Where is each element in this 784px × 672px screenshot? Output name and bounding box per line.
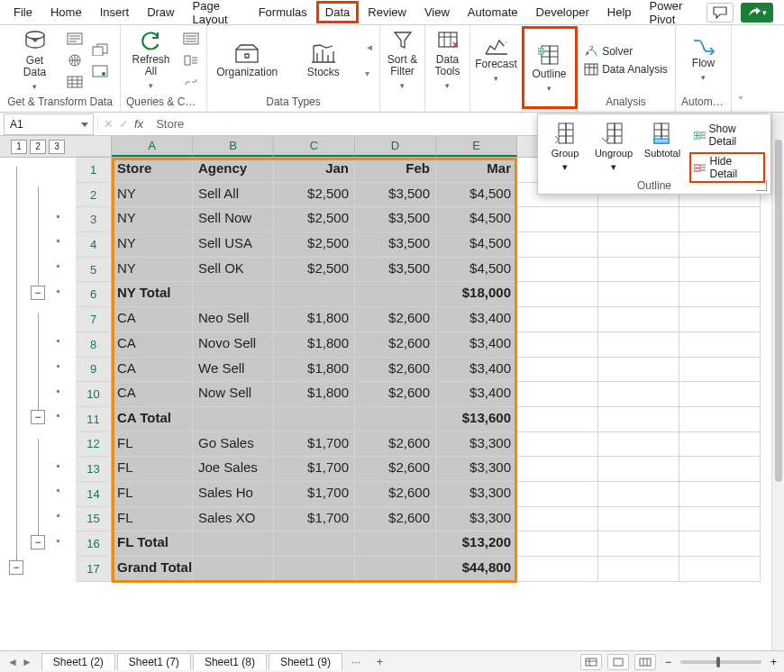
cell-5-A[interactable]: NY [112,258,193,283]
datatype-stocks[interactable]: Stocks [289,42,359,78]
cell-9-B[interactable]: We Sell [193,358,274,383]
select-all-corner[interactable] [76,136,112,157]
cell-6-D[interactable] [355,282,436,307]
flow-button[interactable]: Flow ▾ [681,37,725,84]
cell-7-D[interactable]: $2,600 [355,307,436,332]
outline-level-3[interactable]: 3 [49,140,65,154]
fx-icon[interactable]: fx [134,117,143,131]
cell-8-E[interactable]: $3,400 [436,332,517,358]
outline-level-1[interactable]: 1 [11,140,27,154]
cell-17-B[interactable] [193,557,274,582]
cell-1-D[interactable]: Feb [355,158,436,183]
cell-9-H[interactable] [679,358,761,383]
row-head-6[interactable]: 6 [76,282,112,307]
col-head-A[interactable]: A [112,136,193,157]
cell-9-E[interactable]: $3,400 [436,358,517,383]
row-head-11[interactable]: 11 [76,407,112,432]
cell-10-G[interactable] [598,382,679,407]
col-head-C[interactable]: C [274,136,355,157]
cell-4-D[interactable]: $3,500 [355,232,436,258]
sort-filter-button[interactable]: Sort & Filter ▾ [386,30,419,92]
sheet-add[interactable]: + [369,656,390,668]
cell-4-E[interactable]: $4,500 [436,232,517,258]
cell-3-G[interactable] [598,207,679,232]
cell-2-D[interactable]: $3,500 [355,183,436,208]
cell-15-B[interactable]: Sales XO [193,507,274,532]
cell-4-H[interactable] [679,232,761,258]
cell-16-H[interactable] [679,531,761,557]
tab-insert[interactable]: Insert [92,2,138,23]
get-data-button[interactable]: Get Data ▾ [12,29,59,93]
cell-10-F[interactable] [517,382,598,407]
row-head-4[interactable]: 4 [76,232,112,258]
cell-12-D[interactable]: $2,600 [355,432,436,458]
cell-8-B[interactable]: Novo Sell [193,332,274,358]
cell-11-C[interactable] [274,407,355,432]
worksheet-grid[interactable]: ABCDEFGH 1StoreAgencyJanFebMar2NYSell Al… [76,136,784,650]
cell-17-F[interactable] [517,557,598,582]
tab-data[interactable]: Data [317,2,358,23]
cell-14-H[interactable] [679,482,761,507]
existing-conn-icon[interactable] [91,62,109,80]
cell-11-G[interactable] [598,407,679,432]
cell-5-F[interactable] [517,258,598,283]
cell-4-F[interactable] [517,232,598,258]
cell-14-F[interactable] [517,482,598,507]
cell-3-E[interactable]: $4,500 [436,207,517,232]
tab-file[interactable]: File [5,2,41,23]
cell-3-H[interactable] [679,207,761,232]
cell-9-G[interactable] [598,358,679,383]
cell-9-D[interactable]: $2,600 [355,358,436,383]
cell-5-C[interactable]: $2,500 [274,258,355,283]
cell-7-A[interactable]: CA [112,307,193,332]
cell-16-A[interactable]: FL Total [112,531,193,557]
datatype-prev-icon[interactable]: ◄ [365,42,374,52]
cell-13-C[interactable]: $1,700 [274,457,355,482]
show-detail-button[interactable]: Show Detail [691,122,763,149]
cell-2-B[interactable]: Sell All [193,183,274,208]
cell-7-C[interactable]: $1,800 [274,307,355,332]
cell-7-E[interactable]: $3,400 [436,307,517,332]
cell-15-E[interactable]: $3,300 [436,507,517,532]
cell-11-D[interactable] [355,407,436,432]
cell-13-F[interactable] [517,457,598,482]
tab-formulas[interactable]: Formulas [251,2,315,23]
cell-6-B[interactable] [193,282,274,307]
zoom-in-icon[interactable]: + [767,656,780,668]
cell-12-E[interactable]: $3,300 [436,432,517,458]
cell-1-C[interactable]: Jan [274,158,355,183]
cell-10-E[interactable]: $3,400 [436,382,517,407]
row-head-15[interactable]: 15 [76,507,112,532]
subtotal-button[interactable]: Subtotal [643,122,682,159]
tab-developer[interactable]: Developer [528,2,597,23]
cell-3-D[interactable]: $3,500 [355,207,436,232]
cell-16-D[interactable] [355,531,436,557]
cell-2-E[interactable]: $4,500 [436,183,517,208]
cell-6-E[interactable]: $18,000 [436,282,517,307]
cell-16-G[interactable] [598,531,679,557]
tab-automate[interactable]: Automate [460,2,526,23]
collapse-ca[interactable]: − [31,410,45,424]
datatype-next-icon[interactable]: ▾ [365,68,374,78]
cell-10-B[interactable]: Now Sell [193,382,274,407]
zoom-slider[interactable] [680,660,761,664]
sheet-tab-3[interactable]: Sheet1 (8) [193,653,267,670]
cell-11-H[interactable] [679,407,761,432]
cell-11-A[interactable]: CA Total [112,407,193,432]
cell-7-H[interactable] [679,307,761,332]
datatype-organization[interactable]: Organization [213,42,282,78]
cell-13-D[interactable]: $2,600 [355,457,436,482]
collapse-ny[interactable]: − [31,286,45,300]
cell-15-F[interactable] [517,507,598,532]
cell-5-E[interactable]: $4,500 [436,258,517,283]
cell-12-F[interactable] [517,432,598,458]
collapse-fl[interactable]: − [31,535,45,549]
collapse-grand[interactable]: − [9,560,23,575]
cell-2-C[interactable]: $2,500 [274,183,355,208]
cell-9-A[interactable]: CA [112,358,193,383]
cell-8-H[interactable] [679,332,761,358]
cell-4-A[interactable]: NY [112,232,193,258]
row-head-12[interactable]: 12 [76,432,112,458]
data-tools-button[interactable]: Data Tools ▾ [431,30,464,92]
properties-icon[interactable] [182,51,200,69]
